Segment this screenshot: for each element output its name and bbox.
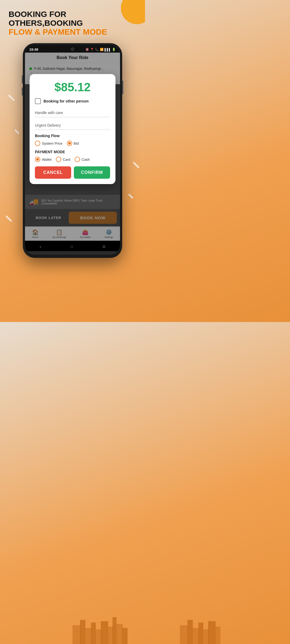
header-section: BOOKING FOR OTHERS,BOOKING FLOW & PAYMEN… xyxy=(0,0,145,41)
phone-wrapper: 19:49 🔇 📍 📞 📶 ▌▌▌ 🔋 Book Your Ride xyxy=(0,43,145,258)
booking-other-label: Booking for other person xyxy=(44,99,89,103)
confirm-button[interactable]: CONFIRM xyxy=(74,166,110,179)
booking-flow-label: Booking Flow xyxy=(35,134,110,138)
volume-down-button xyxy=(22,87,23,96)
payment-mode-label: PAYMENT MODE xyxy=(35,150,110,154)
volume-up-button xyxy=(22,75,23,83)
cash-radio[interactable] xyxy=(75,157,80,162)
card-radio[interactable] xyxy=(56,157,61,162)
cancel-button[interactable]: CANCEL xyxy=(35,166,71,179)
wallet-radio[interactable] xyxy=(35,157,40,162)
cash-radio-inner xyxy=(76,158,79,161)
header-line2: FLOW & PAYMENT MODE xyxy=(9,27,136,36)
modal-action-buttons: CANCEL CONFIRM xyxy=(35,166,110,179)
call-icon: 📞 xyxy=(95,48,99,51)
power-button xyxy=(122,81,123,94)
card-option[interactable]: Card xyxy=(56,157,70,162)
header-line1: BOOKING FOR OTHERS,BOOKING xyxy=(9,10,136,27)
status-icons: 🔇 📍 📞 📶 ▌▌▌ 🔋 xyxy=(85,48,116,51)
bid-label: Bid xyxy=(74,141,79,145)
bid-option[interactable]: Bid xyxy=(67,141,79,146)
price-display: $85.12 xyxy=(35,80,110,94)
booking-flow-options: System Price Bid xyxy=(35,141,110,146)
mute-icon: 🔇 xyxy=(85,48,89,51)
system-price-option[interactable]: System Price xyxy=(35,141,63,146)
app-screen: Book Your Ride P-40, Subhash Nagar, Basu… xyxy=(25,53,120,251)
modal-overlay: $85.12 Booking for other person Booking … xyxy=(25,53,120,251)
battery-icon: 🔋 xyxy=(112,48,116,51)
bid-radio[interactable] xyxy=(67,141,72,146)
booking-other-row[interactable]: Booking for other person xyxy=(35,98,110,104)
note-input[interactable] xyxy=(35,108,110,117)
system-price-radio[interactable] xyxy=(35,141,40,146)
system-price-label: System Price xyxy=(42,141,63,145)
location-icon: 📍 xyxy=(90,48,94,51)
status-bar: 19:49 🔇 📍 📞 📶 ▌▌▌ 🔋 xyxy=(25,45,120,53)
wifi-icon: 📶 xyxy=(100,48,104,51)
signal-icon: ▌▌▌ xyxy=(105,48,111,51)
card-label: Card xyxy=(63,158,70,162)
booking-modal: $85.12 Booking for other person Booking … xyxy=(30,74,115,184)
phone-frame: 19:49 🔇 📍 📞 📶 ▌▌▌ 🔋 Book Your Ride xyxy=(23,43,122,258)
cash-label: Cash xyxy=(82,158,90,162)
wallet-option[interactable]: Wallet xyxy=(35,157,52,162)
wallet-label: Wallet xyxy=(42,158,52,162)
cash-option[interactable]: Cash xyxy=(75,157,90,162)
bid-radio-inner xyxy=(68,142,71,145)
status-time: 19:49 xyxy=(29,47,38,52)
card-radio-inner xyxy=(57,158,60,161)
phone-screen: 19:49 🔇 📍 📞 📶 ▌▌▌ 🔋 Book Your Ride xyxy=(25,45,120,255)
payment-mode-options: Wallet Card xyxy=(35,157,110,162)
wallet-radio-inner xyxy=(36,158,39,161)
delivery-type-input[interactable] xyxy=(35,121,110,130)
system-price-radio-inner xyxy=(36,142,39,145)
booking-other-checkbox[interactable] xyxy=(35,98,41,104)
camera-notch xyxy=(71,47,74,51)
